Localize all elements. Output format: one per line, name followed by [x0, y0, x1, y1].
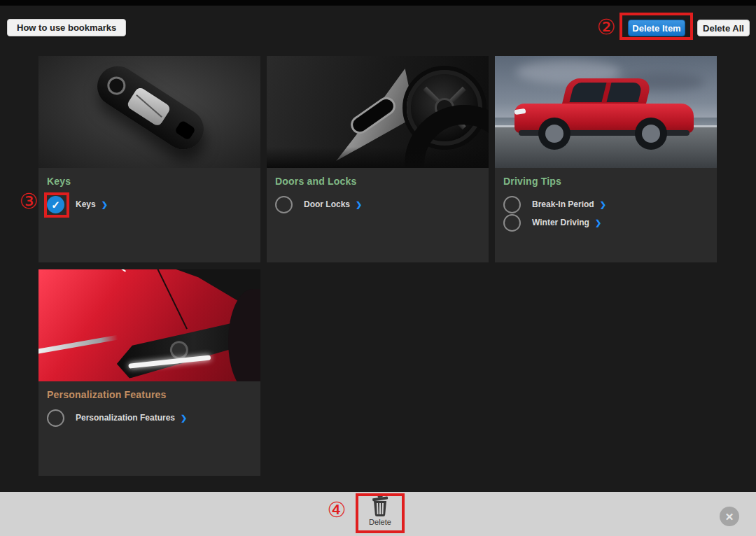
bookmark-link-label[interactable]: Break-In Period: [532, 199, 594, 209]
card-title: Keys: [47, 176, 252, 187]
close-button[interactable]: ✕: [720, 507, 739, 526]
delete-item-button[interactable]: Delete Item: [628, 20, 685, 36]
delete-all-button[interactable]: Delete All: [697, 20, 750, 36]
top-strip: [0, 0, 756, 6]
chevron-right-icon: ❯: [356, 200, 362, 209]
trash-icon: [370, 495, 390, 517]
card-title: Personalization Features: [47, 389, 252, 400]
chevron-right-icon: ❯: [181, 414, 187, 423]
driving-photo: [495, 56, 717, 168]
checkbox-break-in-period[interactable]: ✓: [503, 196, 521, 213]
card-driving-tips: Driving Tips ✓ Break-In Period ❯ ✓ Winte…: [495, 56, 717, 262]
checkbox-keys[interactable]: ✓: [47, 196, 64, 213]
bookmark-row-keys[interactable]: ✓ Keys ❯: [47, 195, 252, 213]
card-title: Doors and Locks: [275, 176, 480, 187]
chevron-right-icon: ❯: [595, 218, 601, 227]
how-to-use-bookmarks-button[interactable]: How to use bookmarks: [7, 19, 126, 36]
annotation-number-3: ③: [18, 191, 40, 212]
annotation-number-2: ②: [595, 17, 617, 38]
bookmark-row-personalization-features[interactable]: ✓ Personalization Features ❯: [47, 409, 252, 427]
bookmark-link-label[interactable]: Personalization Features: [76, 413, 175, 423]
bookmark-row-break-in-period[interactable]: ✓ Break-In Period ❯: [503, 195, 708, 213]
close-icon: ✕: [725, 512, 734, 522]
check-icon: ✓: [51, 199, 60, 210]
card-doors-and-locks: Doors and Locks ✓ Door Locks ❯: [267, 56, 489, 262]
headlight-illustration: [113, 321, 247, 380]
bookmark-row-door-locks[interactable]: ✓ Door Locks ❯: [275, 195, 480, 213]
chevron-right-icon: ❯: [600, 200, 606, 209]
checkbox-personalization-features[interactable]: ✓: [47, 409, 64, 427]
key-fob-illustration: [90, 58, 211, 157]
personalization-photo: [38, 269, 260, 381]
delete-tool-button[interactable]: Delete: [359, 495, 401, 526]
card-personalization-features: Personalization Features ✓ Personalizati…: [38, 269, 260, 476]
bookmark-row-winter-driving[interactable]: ✓ Winter Driving ❯: [503, 213, 708, 232]
card-keys: Keys ✓ Keys ❯: [38, 56, 260, 262]
doors-photo: [267, 56, 489, 168]
bookmark-link-label[interactable]: Door Locks: [304, 199, 350, 209]
chevron-right-icon: ❯: [102, 200, 108, 209]
checkbox-winter-driving[interactable]: ✓: [503, 214, 521, 232]
delete-tool-label: Delete: [359, 518, 401, 526]
checkbox-door-locks[interactable]: ✓: [275, 196, 293, 213]
keys-photo: [38, 56, 260, 168]
card-title: Driving Tips: [503, 176, 708, 187]
red-car-illustration: [514, 78, 698, 151]
bookmarks-screen: How to use bookmarks Delete Item Delete …: [0, 0, 756, 536]
bookmark-link-label[interactable]: Keys: [76, 199, 96, 209]
bookmark-link-label[interactable]: Winter Driving: [532, 218, 589, 227]
